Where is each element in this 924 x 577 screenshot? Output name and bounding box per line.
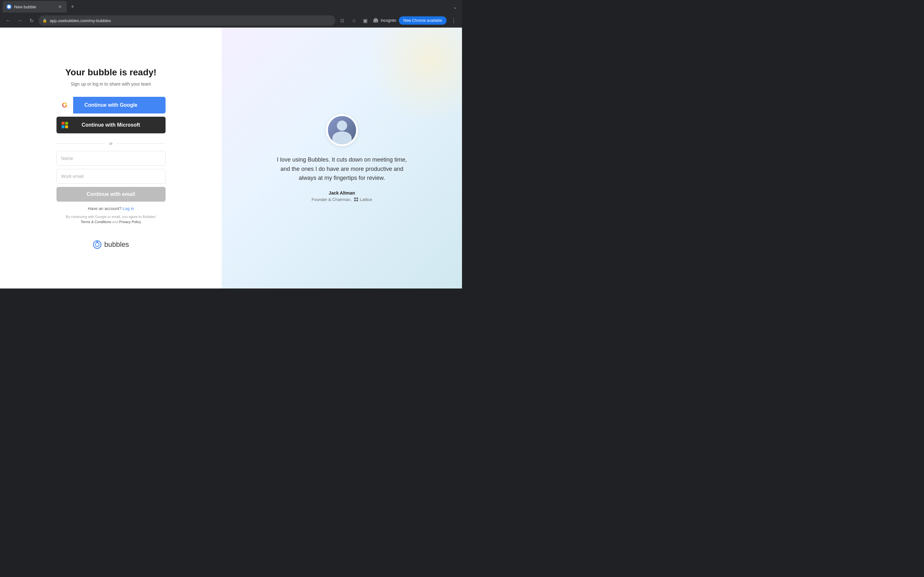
privacy-link[interactable]: Privacy Policy xyxy=(119,220,141,224)
signup-title: Your bubble is ready! xyxy=(65,67,156,77)
google-btn-label: Continue with Google xyxy=(73,102,166,108)
toolbar-right: ⊡ ☆ ▣ Incognito New Chrome available ⋮ xyxy=(338,16,458,25)
ms-square-green xyxy=(65,122,68,125)
terms-text: By continuing with Google or email, you … xyxy=(66,214,156,225)
divider-line-right xyxy=(116,143,165,143)
lattice-company-name: Lattice xyxy=(360,197,372,202)
or-divider: or xyxy=(57,141,166,146)
active-tab[interactable]: New bubble ✕ xyxy=(3,1,67,13)
email-input[interactable] xyxy=(57,169,166,184)
back-button[interactable]: ← xyxy=(4,16,13,25)
avatar-head xyxy=(337,121,347,131)
have-account-text: Have an account? Log in xyxy=(88,206,134,211)
continue-email-button[interactable]: Continue with email xyxy=(57,187,166,201)
page-content: Your bubble is ready! Sign up or log in … xyxy=(0,27,462,288)
browser-chrome: New bubble ✕ + ⌄ ← → ↻ 🔒 app.usebubbles.… xyxy=(0,0,462,27)
address-bar[interactable]: 🔒 app.usebubbles.com/my-bubbles xyxy=(39,15,335,26)
google-signin-button[interactable]: G Continue with Google xyxy=(57,97,166,113)
ms-square-blue xyxy=(61,125,65,128)
cast-icon[interactable]: ⊡ xyxy=(338,16,347,25)
testimonial-role-text: Founder & Chairman, xyxy=(312,197,351,202)
microsoft-logo xyxy=(61,122,68,128)
google-icon: G xyxy=(57,97,73,113)
svg-point-2 xyxy=(97,241,98,243)
new-tab-button[interactable]: + xyxy=(68,2,77,11)
security-lock-icon: 🔒 xyxy=(42,18,47,23)
divider-line-left xyxy=(57,143,105,143)
testimonial-author: Jack Altman xyxy=(275,190,409,195)
incognito-icon xyxy=(373,17,379,24)
tab-bar: New bubble ✕ + ⌄ xyxy=(0,0,462,13)
incognito-label: Incognito xyxy=(381,18,397,23)
svg-point-1 xyxy=(95,243,99,247)
tab-close-button[interactable]: ✕ xyxy=(57,4,63,10)
avatar xyxy=(328,116,356,144)
toolbar: ← → ↻ 🔒 app.usebubbles.com/my-bubbles ⊡ … xyxy=(0,13,462,27)
forward-button[interactable]: → xyxy=(15,16,24,25)
login-link[interactable]: Log in xyxy=(123,206,134,211)
testimonial-container: I love using Bubbles. It cuts down on me… xyxy=(275,114,409,202)
tab-favicon xyxy=(6,4,11,9)
name-input[interactable] xyxy=(57,151,166,166)
sidebar-icon[interactable]: ▣ xyxy=(361,16,370,25)
new-chrome-button[interactable]: New Chrome available xyxy=(399,16,447,25)
reload-button[interactable]: ↻ xyxy=(27,16,36,25)
bubbles-logo: bubbles xyxy=(93,240,129,249)
avatar-container xyxy=(326,114,358,146)
testimonial-role: Founder & Chairman, Lattice xyxy=(275,197,409,202)
address-text: app.usebubbles.com/my-bubbles xyxy=(50,18,331,23)
microsoft-signin-button[interactable]: Continue with Microsoft xyxy=(57,117,166,133)
tab-dropdown-button[interactable]: ⌄ xyxy=(451,2,459,11)
terms-link[interactable]: Terms & Conditions xyxy=(81,220,111,224)
signup-container: Your bubble is ready! Sign up or log in … xyxy=(57,67,166,249)
lattice-logo: Lattice xyxy=(354,197,372,202)
right-panel: I love using Bubbles. It cuts down on me… xyxy=(222,27,462,288)
ms-square-yellow xyxy=(65,125,68,128)
browser-menu-button[interactable]: ⋮ xyxy=(449,16,458,25)
bubbles-logo-icon xyxy=(93,240,102,249)
microsoft-icon xyxy=(57,117,73,133)
signup-subtitle: Sign up or log in to share with your tea… xyxy=(71,81,151,87)
or-label: or xyxy=(109,141,113,146)
avatar-body xyxy=(333,131,352,144)
tab-title: New bubble xyxy=(14,5,55,9)
lattice-logo-icon xyxy=(354,197,359,202)
left-panel: Your bubble is ready! Sign up or log in … xyxy=(0,27,222,288)
incognito-badge: Incognito xyxy=(373,17,397,24)
bookmark-icon[interactable]: ☆ xyxy=(349,16,359,25)
ms-square-red xyxy=(61,122,65,125)
bubbles-logo-text: bubbles xyxy=(104,240,129,249)
testimonial-quote: I love using Bubbles. It cuts down on me… xyxy=(275,155,409,183)
google-g-letter: G xyxy=(62,101,67,109)
microsoft-btn-label: Continue with Microsoft xyxy=(73,122,166,128)
